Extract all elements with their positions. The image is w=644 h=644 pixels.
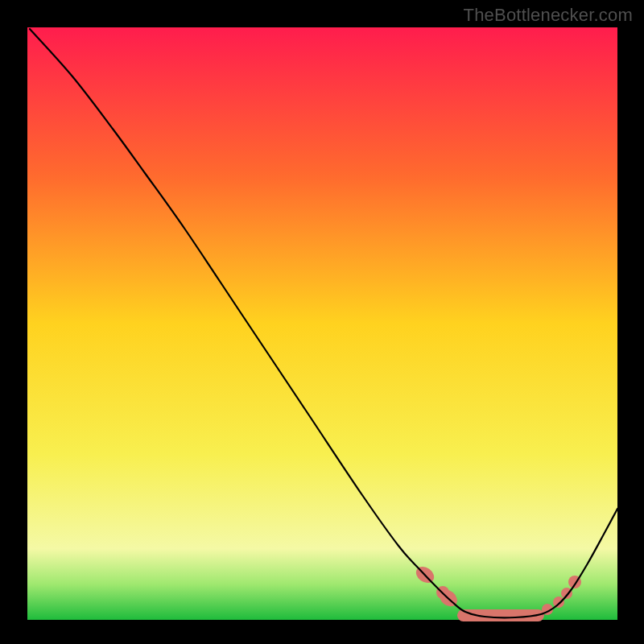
watermark-text: TheBottlenecker.com [464, 5, 633, 26]
chart-frame: TheBottlenecker.com [0, 0, 644, 644]
gradient-plot-area [27, 27, 617, 620]
bottleneck-curve-chart [0, 0, 644, 644]
